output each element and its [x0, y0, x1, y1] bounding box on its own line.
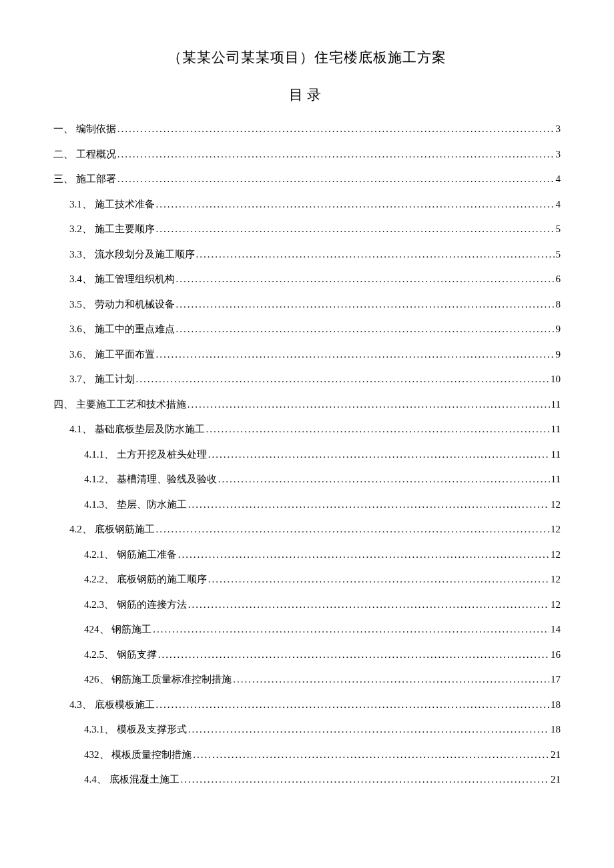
toc-entry[interactable]: 3.6、 施工中的重点难点9 [53, 324, 561, 334]
toc-leader-dots [181, 775, 550, 785]
toc-entry-text: 底板模板施工 [92, 699, 155, 710]
toc-entry-page: 10 [551, 374, 561, 384]
toc-entry-text: 施工计划 [92, 374, 135, 384]
toc-entry-page: 4 [556, 199, 561, 209]
toc-entry[interactable]: 3.2、 施工主要顺序5 [53, 224, 561, 234]
toc-entry-number: 432、 [84, 750, 109, 760]
toc-entry-text: 流水段划分及施工顺序 [92, 249, 195, 260]
toc-entry-page: 16 [551, 650, 561, 660]
toc-entry-label: 4.1.2、 基槽清理、验线及验收 [84, 474, 217, 484]
toc-entry-page: 12 [551, 500, 561, 510]
toc-entry[interactable]: 432、 模板质量控制措施21 [53, 750, 561, 760]
toc-entry-label: 426、 钢筋施工质量标准控制措施 [84, 675, 232, 685]
toc-entry[interactable]: 4.3.1、 模板及支撑形式18 [53, 725, 561, 735]
toc-entry-number: 3.2、 [69, 224, 92, 234]
toc-entry[interactable]: 四、 主要施工工艺和技术措施11 [53, 400, 561, 410]
toc-entry[interactable]: 3.1、 施工技术准备4 [53, 199, 561, 209]
toc-entry[interactable]: 3.6、 施工平面布置9 [53, 350, 561, 360]
toc-entry[interactable]: 4.1.1、 土方开挖及桩头处理11 [53, 450, 561, 460]
toc-entry-page: 5 [556, 224, 561, 234]
toc-entry-label: 424、 钢筋施工 [84, 624, 151, 634]
toc-leader-dots [196, 250, 555, 260]
toc-entry[interactable]: 4.4、 底板混凝土施工21 [53, 775, 561, 785]
toc-leader-dots [193, 750, 549, 760]
toc-entry-number: 4.2.2、 [84, 574, 114, 584]
toc-entry-number: 4.2.3、 [84, 600, 114, 610]
toc-leader-dots [188, 600, 549, 610]
toc-entry-number: 4.4、 [84, 775, 107, 785]
toc-entry-page: 17 [551, 675, 561, 685]
toc-entry-page: 21 [551, 750, 561, 760]
toc-entry-label: 4.3.1、 模板及支撑形式 [84, 725, 187, 735]
toc-leader-dots [117, 149, 555, 159]
toc-heading: 目录 [53, 85, 561, 104]
toc-leader-dots [176, 274, 555, 284]
toc-entry-label: 3.1、 施工技术准备 [69, 199, 155, 209]
toc-entry-text: 土方开挖及桩头处理 [114, 449, 207, 460]
toc-entry[interactable]: 4.1.2、 基槽清理、验线及验收11 [53, 474, 561, 484]
toc-entry-text: 模板质量控制措施 [109, 749, 192, 760]
toc-entry-page: 8 [556, 300, 561, 310]
toc-entry-page: 3 [556, 149, 561, 159]
toc-entry-number: 三、 [53, 174, 73, 184]
toc-leader-dots [156, 524, 550, 534]
toc-entry-text: 基础底板垫层及防水施工 [92, 424, 205, 434]
toc-entry[interactable]: 4.2.2、 底板钢筋的施工顺序12 [53, 574, 561, 584]
toc-entry[interactable]: 3.5、 劳动力和机械设备8 [53, 300, 561, 310]
toc-entry-text: 底板钢筋的施工顺序 [114, 574, 207, 584]
toc-entry-number: 3.7、 [69, 374, 92, 384]
toc-entry-label: 4.3、 底板模板施工 [69, 700, 155, 710]
toc-entry-number: 一、 [53, 124, 73, 134]
toc-entry[interactable]: 4.2.3、 钢筋的连接方法12 [53, 600, 561, 610]
toc-entry-page: 18 [551, 725, 561, 735]
toc-entry-page: 14 [551, 624, 561, 634]
toc-entry[interactable]: 424、 钢筋施工14 [53, 624, 561, 634]
toc-entry-number: 3.4、 [69, 274, 92, 284]
toc-entry[interactable]: 4.1、 基础底板垫层及防水施工11 [53, 424, 561, 434]
toc-entry[interactable]: 3.3、 流水段划分及施工顺序5 [53, 250, 561, 260]
toc-leader-dots [188, 400, 550, 410]
toc-entry[interactable]: 4.2、 底板钢筋施工12 [53, 524, 561, 534]
toc-entry-text: 垫层、防水施工 [114, 499, 187, 510]
document-title: （某某公司某某项目）住宅楼底板施工方案 [53, 48, 561, 67]
toc-entry[interactable]: 4.1.3、 垫层、防水施工12 [53, 500, 561, 510]
toc-entry[interactable]: 426、 钢筋施工质量标准控制措施17 [53, 675, 561, 685]
toc-leader-dots [176, 300, 555, 310]
toc-entry-number: 4.3.1、 [84, 725, 114, 735]
toc-entry-page: 11 [551, 424, 561, 434]
toc-entry[interactable]: 一、 编制依据3 [53, 124, 561, 134]
toc-entry[interactable]: 4.2.5、 钢筋支撑16 [53, 650, 561, 660]
toc-entry-label: 4.2、 底板钢筋施工 [69, 524, 155, 534]
toc-entry[interactable]: 3.7、 施工计划10 [53, 374, 561, 384]
toc-entry-label: 4.2.5、 钢筋支撑 [84, 650, 157, 660]
toc-entry-label: 三、 施工部署 [53, 174, 116, 184]
toc-leader-dots [188, 500, 549, 510]
toc-entry-label: 3.6、 施工中的重点难点 [69, 324, 175, 334]
toc-leader-dots [206, 424, 550, 434]
toc-entry-number: 3.6、 [69, 350, 92, 360]
toc-entry-label: 4.1.3、 垫层、防水施工 [84, 500, 187, 510]
toc-entry-page: 4 [556, 174, 561, 184]
toc-entry-number: 3.5、 [69, 300, 92, 310]
toc-entry-label: 4.1.1、 土方开挖及桩头处理 [84, 450, 207, 460]
toc-leader-dots [218, 474, 550, 484]
toc-entry[interactable]: 4.2.1、 钢筋施工准备12 [53, 550, 561, 560]
toc-entry[interactable]: 二、 工程概况3 [53, 149, 561, 159]
toc-leader-dots [176, 324, 555, 334]
toc-entry-label: 4.2.2、 底板钢筋的施工顺序 [84, 574, 207, 584]
toc-entry-text: 底板混凝土施工 [107, 774, 180, 785]
toc-entry-page: 18 [551, 700, 561, 710]
toc-entry-label: 4.4、 底板混凝土施工 [84, 775, 180, 785]
toc-entry-number: 424、 [84, 624, 109, 634]
toc-entry-page: 12 [551, 574, 561, 584]
toc-entry-page: 11 [551, 450, 561, 460]
toc-leader-dots [158, 650, 549, 660]
toc-entry[interactable]: 三、 施工部署4 [53, 174, 561, 184]
toc-entry-label: 4.1、 基础底板垫层及防水施工 [69, 424, 205, 434]
toc-leader-dots [136, 374, 550, 384]
toc-entry-text: 钢筋施工 [109, 624, 152, 634]
toc-entry[interactable]: 4.3、 底板模板施工18 [53, 700, 561, 710]
toc-entry-label: 4.2.1、 钢筋施工准备 [84, 550, 177, 560]
toc-leader-dots [117, 174, 555, 184]
toc-entry[interactable]: 3.4、 施工管理组织机构6 [53, 274, 561, 284]
